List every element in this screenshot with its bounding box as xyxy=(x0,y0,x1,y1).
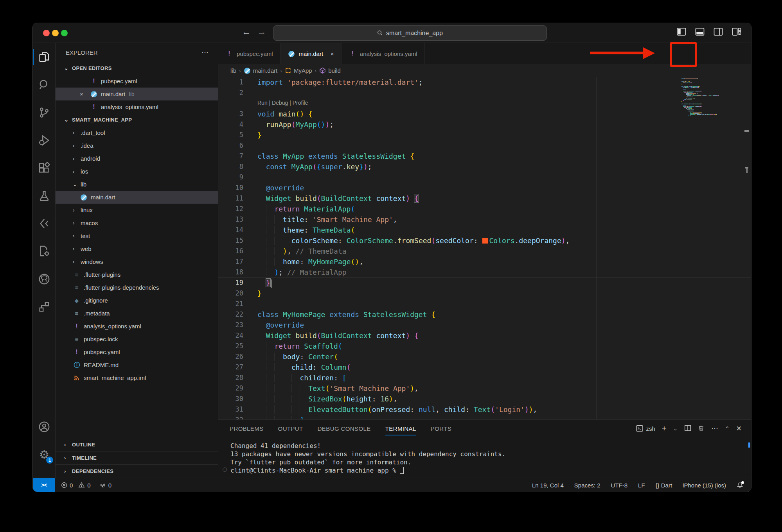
dart-icon xyxy=(80,194,87,201)
panel-tab-output[interactable]: OUTPUT xyxy=(278,420,303,437)
activity-extensions[interactable] xyxy=(33,157,56,179)
tree-item-ios[interactable]: ›ios xyxy=(56,165,218,178)
tree-item-macos[interactable]: ›macos xyxy=(56,217,218,229)
tab-analysis_options.yaml[interactable]: !analysis_options.yaml xyxy=(342,43,425,64)
tree-item-pubspec.lock[interactable]: ≡pubspec.lock xyxy=(56,333,218,346)
activity-github[interactable] xyxy=(33,268,56,290)
split-terminal-icon[interactable] xyxy=(684,425,691,433)
panel-tab-ports[interactable]: PORTS xyxy=(431,420,451,437)
open-editor-main.dart[interactable]: ×main.dartlib xyxy=(56,88,218,100)
more-actions-icon[interactable]: ⋯ xyxy=(201,48,209,57)
activity-references[interactable] xyxy=(33,296,56,318)
breadcrumb-build[interactable]: build xyxy=(319,67,341,74)
status-utf-8[interactable]: UTF-8 xyxy=(611,482,628,489)
tab-pubspec.yaml[interactable]: !pubspec.yaml xyxy=(218,43,280,64)
new-terminal-icon[interactable]: + xyxy=(662,424,667,433)
tree-item-linux[interactable]: ›linux xyxy=(56,204,218,217)
customize-layout-icon[interactable] xyxy=(732,27,742,36)
code-editor[interactable]: 1import 'package:flutter/material.dart';… xyxy=(218,77,751,419)
navigate-back-button[interactable]: ← xyxy=(242,27,251,37)
tab-main.dart[interactable]: main.dart× xyxy=(280,43,342,64)
close-editor-icon[interactable]: × xyxy=(80,91,83,97)
close-panel-icon[interactable]: ✕ xyxy=(736,425,742,433)
activity-testing[interactable] xyxy=(33,184,56,207)
command-center-search[interactable]: smart_machine_app xyxy=(273,25,547,41)
close-window-button[interactable] xyxy=(43,30,50,36)
breadcrumb-MyApp[interactable]: MyApp xyxy=(285,67,312,74)
tree-item-smart_machine_app.iml[interactable]: smart_machine_app.iml xyxy=(56,371,218,384)
open-editor-analysis_options.yaml[interactable]: !analysis_options.yaml xyxy=(56,100,218,113)
zoom-window-button[interactable] xyxy=(61,30,68,36)
activity-run-debug[interactable] xyxy=(33,129,56,152)
status-spaces-2[interactable]: Spaces: 2 xyxy=(574,482,600,489)
chevron-icon: › xyxy=(73,220,77,226)
tree-item-web[interactable]: ›web xyxy=(56,242,218,255)
navigate-forward-button[interactable]: → xyxy=(257,27,266,37)
breadcrumb-lib[interactable]: lib xyxy=(230,67,236,74)
notifications-bell[interactable] xyxy=(737,482,743,489)
tree-item-.dart_tool[interactable]: ›.dart_tool xyxy=(56,126,218,139)
panel-tab-terminal[interactable]: TERMINAL xyxy=(385,420,416,437)
code-line-5: 5} xyxy=(218,130,751,140)
symbol-class-icon xyxy=(285,67,291,74)
activity-source-control[interactable] xyxy=(33,101,56,124)
tree-item-.idea[interactable]: ›.idea xyxy=(56,139,218,152)
codelens-run-debug-profile[interactable]: Run | Debug | Profile xyxy=(218,98,751,109)
status-dart[interactable]: {} Dart xyxy=(656,482,672,489)
panel-controls: zsh + ⌄ ⋯ ⌃ ✕ xyxy=(636,424,742,433)
toggle-panel-icon[interactable] xyxy=(695,27,705,36)
panel-more-actions-icon[interactable]: ⋯ xyxy=(711,424,718,433)
status-lf[interactable]: LF xyxy=(638,482,645,489)
panel-tab-debug-console[interactable]: DEBUG CONSOLE xyxy=(318,420,371,437)
activity-accounts[interactable] xyxy=(33,416,56,438)
activity-flutter[interactable] xyxy=(33,212,56,235)
tree-item-main.dart[interactable]: main.dart xyxy=(56,191,218,204)
section-outline[interactable]: ›OUTLINE xyxy=(56,438,218,451)
status-ln-19-col-4[interactable]: Ln 19, Col 4 xyxy=(532,482,564,489)
title-bar: ← → smart_machine_app xyxy=(33,23,751,43)
tree-item-.metadata[interactable]: ≡.metadata xyxy=(56,307,218,320)
tree-item-analysis_options.yaml[interactable]: !analysis_options.yaml xyxy=(56,320,218,333)
tree-item-android[interactable]: ›android xyxy=(56,152,218,165)
tree-item-pubspec.yaml[interactable]: !pubspec.yaml xyxy=(56,346,218,358)
minimize-window-button[interactable] xyxy=(52,30,59,36)
breadcrumb-main.dart[interactable]: main.dart xyxy=(244,67,278,74)
remote-indicator[interactable]: >< xyxy=(33,478,55,492)
chevron-icon: › xyxy=(64,442,69,448)
chevron-icon: › xyxy=(73,233,77,239)
terminal-shell-selector[interactable]: zsh xyxy=(636,425,655,432)
tree-item-.flutter-plugins-dependencies[interactable]: ≡.flutter-plugins-dependencies xyxy=(56,281,218,294)
panel-tab-problems[interactable]: PROBLEMS xyxy=(230,420,264,437)
yaml-icon: ! xyxy=(228,50,230,57)
terminal-output[interactable]: Changed 41 dependencies!13 packages have… xyxy=(230,442,739,478)
tree-item-test[interactable]: ›test xyxy=(56,229,218,242)
code-line-27: 27 child: Column( xyxy=(218,362,751,373)
activity-project-runner[interactable] xyxy=(33,240,56,263)
activity-explorer[interactable] xyxy=(33,46,56,68)
activity-search[interactable] xyxy=(33,73,56,96)
toggle-secondary-sidebar-icon[interactable] xyxy=(713,27,723,36)
terminal-dropdown-chevron-icon[interactable]: ⌄ xyxy=(673,426,678,432)
tree-item-.gitignore[interactable]: ◆.gitignore xyxy=(56,294,218,307)
toggle-primary-sidebar-icon[interactable] xyxy=(676,27,687,36)
close-tab-icon[interactable]: × xyxy=(331,50,334,57)
tree-item-lib[interactable]: ⌄lib xyxy=(56,178,218,191)
open-editors-header[interactable]: ⌄OPEN EDITORS xyxy=(56,62,218,75)
problems-status[interactable]: 0 0 xyxy=(61,482,91,489)
section-timeline[interactable]: ›TIMELINE xyxy=(56,451,218,464)
status-iphone-15-ios[interactable]: iPhone (15) (ios) xyxy=(683,482,726,489)
open-editor-pubspec.yaml[interactable]: !pubspec.yaml xyxy=(56,75,218,88)
chevron-icon: › xyxy=(73,143,77,149)
kill-terminal-icon[interactable] xyxy=(698,425,705,433)
tree-item-windows[interactable]: ›windows xyxy=(56,255,218,268)
activity-settings[interactable]: ⚙1 xyxy=(33,443,56,466)
terminal-prompt: clint@Clints-MacBook-Air smart_machine_a… xyxy=(230,466,739,475)
ports-status[interactable]: 0 xyxy=(99,482,111,489)
tree-item-README.md[interactable]: README.md xyxy=(56,358,218,371)
maximize-panel-icon[interactable]: ⌃ xyxy=(725,425,730,432)
section-dependencies[interactable]: ›DEPENDENCIES xyxy=(56,464,218,478)
code-line-15: 15 colorScheme: ColorScheme.fromSeed(see… xyxy=(218,235,751,246)
tree-item-.flutter-plugins[interactable]: ≡.flutter-plugins xyxy=(56,268,218,281)
minimap[interactable] xyxy=(681,78,724,116)
project-root-header[interactable]: ⌄SMART_MACHINE_APP xyxy=(56,113,218,126)
